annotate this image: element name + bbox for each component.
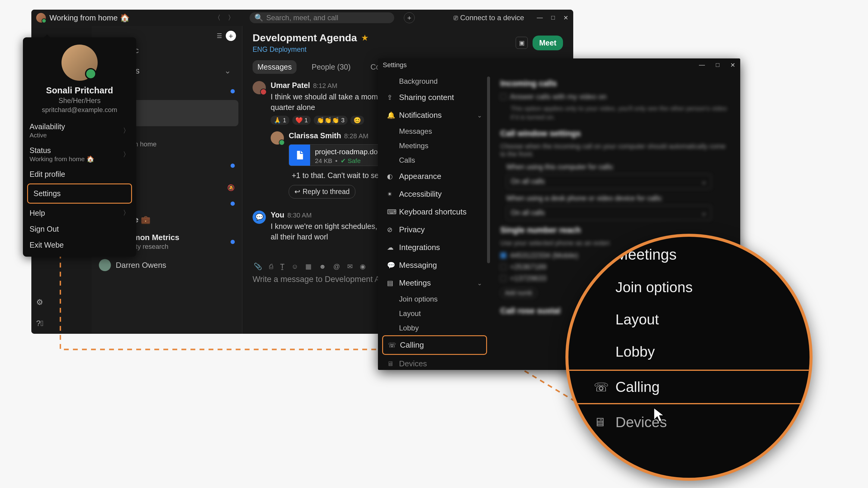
accessibility-icon: ✴ [387, 190, 394, 198]
status-row[interactable]: StatusWorking from home 🏠 〉 [23, 142, 136, 166]
select[interactable]: On all calls⌄ [506, 205, 711, 220]
bell-icon: 🔔 [387, 111, 394, 119]
add-conversation-button[interactable]: ＋ [226, 31, 236, 41]
scrollbar[interactable] [487, 75, 490, 343]
mention-icon[interactable]: @ [333, 263, 340, 270]
reaction[interactable]: 🙏 1 [271, 116, 289, 125]
emoji-icon[interactable]: ☺ [291, 263, 298, 270]
nav-sub-calls[interactable]: Calls [382, 153, 487, 167]
availability-row[interactable]: AvailabilityActive 〉 [23, 119, 136, 142]
profile-email: spritchard@example.com [23, 106, 136, 114]
add-reaction-button[interactable]: 😊 [350, 116, 364, 125]
reaction[interactable]: ❤️ 1 [292, 116, 311, 125]
help-icon[interactable]: ?⃝ [36, 319, 45, 328]
nav-layout[interactable]: Layout [382, 306, 487, 321]
connect-device-button[interactable]: ⎚ Connect to a device [454, 13, 524, 22]
close-icon[interactable]: ✕ [730, 61, 735, 69]
avatar[interactable] [36, 13, 46, 23]
record-icon[interactable]: ◉ [360, 263, 366, 270]
star-icon[interactable]: ★ [361, 33, 369, 43]
tab-messages[interactable]: Messages [253, 60, 297, 74]
attach-icon[interactable]: 📎 [254, 263, 262, 270]
new-button[interactable]: ＋ [404, 12, 415, 23]
nav-appearance[interactable]: ◐Appearance [382, 167, 487, 185]
search-input[interactable]: 🔍 Search, meet, and call [250, 12, 394, 23]
reaction[interactable]: 👏👏👏 3 [314, 116, 347, 125]
nav-sub-meetings[interactable]: Meetings [382, 138, 487, 153]
titlebar: Working from home 🏠 〈 〉 🔍 Search, meet, … [31, 10, 573, 26]
profile-avatar[interactable] [61, 44, 98, 81]
screenshot-icon[interactable]: ⎙ [269, 263, 273, 270]
nav-lobby[interactable]: Lobby [382, 321, 487, 335]
nav-accessibility[interactable]: ✴Accessibility [382, 185, 487, 203]
apps-button[interactable]: ▣ [516, 37, 528, 49]
help-row[interactable]: Help〉 [23, 205, 136, 221]
reply-thread-button[interactable]: ↩Reply to thread [289, 185, 355, 198]
edit-profile-row[interactable]: Edit profile [23, 166, 136, 182]
nav-notifications[interactable]: 🔔Notifications⌄ [382, 106, 487, 124]
nav-calling[interactable]: ☏Calling [382, 335, 487, 355]
maximize-icon[interactable]: □ [551, 14, 555, 22]
meet-button[interactable]: Meet [532, 36, 563, 50]
nav-forward-icon[interactable]: 〉 [225, 12, 237, 24]
user-avatar[interactable]: 💬 [253, 210, 266, 224]
minimize-icon[interactable]: — [699, 61, 705, 69]
settings-nav: Background ⇪Sharing content 🔔Notificatio… [378, 72, 491, 370]
exit-row[interactable]: Exit Webe [23, 237, 136, 253]
add-number-button[interactable]: Add numb [500, 288, 537, 298]
nav-devices[interactable]: 🖥Devices [382, 355, 487, 370]
unread-dot [230, 240, 235, 244]
zoom-lobby[interactable]: Lobby [582, 335, 799, 368]
chevron-right-icon: 〉 [123, 208, 130, 218]
bitmoji-icon[interactable]: ☻ [319, 263, 326, 270]
zoom-calling[interactable]: ☏Calling [565, 369, 812, 404]
appearance-icon: ◐ [387, 173, 394, 181]
user-avatar[interactable] [271, 131, 284, 144]
list-item[interactable]: Darren Owens [92, 255, 242, 275]
nav-sharing[interactable]: ⇪Sharing content [382, 89, 487, 106]
reply-icon: ↩ [294, 188, 300, 196]
checkbox[interactable] [500, 253, 506, 258]
profile-menu: Sonali Pritchard She/Her/Hers spritchard… [23, 37, 136, 257]
unread-dot [230, 201, 235, 206]
close-icon[interactable]: ✕ [563, 14, 568, 22]
chevron-down-icon: ⌄ [477, 112, 482, 119]
select[interactable]: On all calls⌄ [506, 174, 711, 189]
nav-privacy[interactable]: ⊘Privacy [382, 221, 487, 238]
zoom-devices[interactable]: 🖥Devices [582, 406, 799, 438]
checkbox[interactable] [500, 94, 506, 100]
gear-icon[interactable]: ⚙ [36, 298, 45, 307]
zoom-layout[interactable]: Layout [582, 303, 799, 335]
format-icon[interactable]: Ṯ [280, 263, 284, 270]
checkbox[interactable] [500, 275, 506, 281]
presence-status: Working from home 🏠 [50, 13, 130, 23]
tab-people[interactable]: People (30) [307, 60, 355, 74]
settings-row[interactable]: Settings [27, 184, 132, 204]
nav-keyboard[interactable]: ⌨Keyboard shortcuts [382, 203, 487, 221]
devices-icon: 🖥 [594, 415, 607, 429]
minimize-icon[interactable]: — [537, 14, 543, 22]
phone-icon: ☏ [594, 380, 607, 394]
maximize-icon[interactable]: □ [716, 61, 719, 69]
nav-join-options[interactable]: Join options [382, 292, 487, 306]
gif-icon[interactable]: ▦ [305, 263, 312, 270]
signout-row[interactable]: Sign Out [23, 221, 136, 237]
nav-sub-messages[interactable]: Messages [382, 124, 487, 138]
team-link[interactable]: ENG Deployment [253, 45, 369, 54]
user-avatar[interactable] [253, 81, 266, 94]
zoom-callout: Meetings Join options Layout Lobby ☏Call… [565, 234, 812, 481]
zoom-join-options[interactable]: Join options [582, 271, 799, 303]
nav-integrations[interactable]: ☁Integrations [382, 238, 487, 256]
nav-messaging[interactable]: 💬Messaging [382, 256, 487, 274]
checkbox[interactable] [500, 264, 506, 270]
nav-back-icon[interactable]: 〈 [212, 12, 223, 24]
chevron-down-icon: ⌄ [224, 66, 231, 76]
file-attachment[interactable]: project-roadmap.doc 24 KB•✔ Safe [289, 144, 391, 166]
filter-icon[interactable]: ☰ [217, 32, 222, 39]
pm-icon[interactable]: ✉ [347, 263, 352, 270]
cursor-icon [653, 407, 666, 424]
nav-background[interactable]: Background [382, 74, 487, 89]
chevron-right-icon: 〉 [123, 150, 130, 159]
nav-meetings[interactable]: ▤Meetings⌄ [382, 274, 487, 292]
search-placeholder: Search, meet, and call [267, 13, 338, 22]
